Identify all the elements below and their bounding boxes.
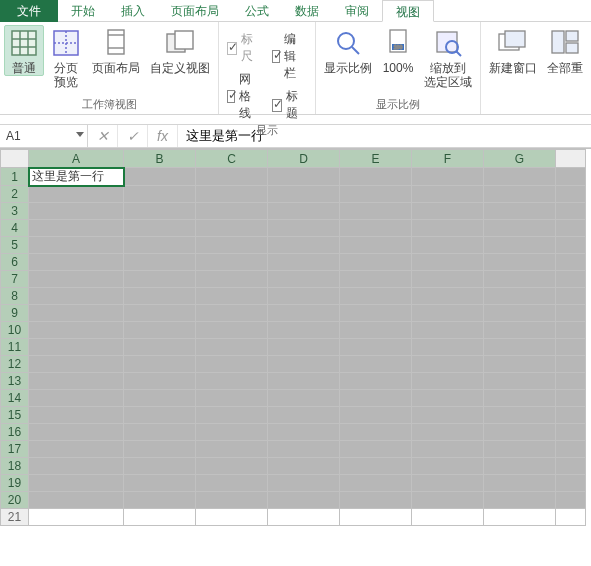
cell[interactable] <box>196 407 268 424</box>
page-break-preview-button[interactable]: 分页 预览 <box>46 25 86 89</box>
cell[interactable] <box>196 441 268 458</box>
cell[interactable] <box>484 237 556 254</box>
col-header[interactable]: A <box>29 150 124 168</box>
cell[interactable] <box>556 254 586 271</box>
cell[interactable] <box>196 492 268 509</box>
cell[interactable] <box>484 373 556 390</box>
fx-icon[interactable]: fx <box>148 125 178 147</box>
cell[interactable] <box>556 407 586 424</box>
cell[interactable] <box>268 254 340 271</box>
row-header[interactable]: 15 <box>1 407 29 424</box>
cell[interactable] <box>29 424 124 441</box>
cell[interactable] <box>268 424 340 441</box>
cell[interactable] <box>484 475 556 492</box>
col-header[interactable]: D <box>268 150 340 168</box>
cell[interactable] <box>124 492 196 509</box>
tab-view[interactable]: 视图 <box>382 0 434 22</box>
cell[interactable] <box>29 475 124 492</box>
tab-home[interactable]: 开始 <box>58 0 108 22</box>
cell[interactable] <box>29 492 124 509</box>
row-header[interactable]: 12 <box>1 356 29 373</box>
row-header[interactable]: 10 <box>1 322 29 339</box>
cell[interactable] <box>268 271 340 288</box>
ruler-checkbox[interactable]: 标尺 <box>227 31 260 65</box>
cell[interactable] <box>556 305 586 322</box>
cell[interactable] <box>412 424 484 441</box>
cell[interactable] <box>340 168 412 186</box>
cell[interactable] <box>556 322 586 339</box>
cell[interactable] <box>29 322 124 339</box>
cell[interactable] <box>29 237 124 254</box>
row-header[interactable]: 21 <box>1 509 29 526</box>
cell[interactable] <box>29 186 124 203</box>
cell[interactable] <box>484 424 556 441</box>
cell[interactable] <box>124 168 196 186</box>
cell[interactable] <box>412 509 484 526</box>
cell[interactable] <box>124 475 196 492</box>
cell[interactable] <box>484 220 556 237</box>
cell[interactable] <box>340 475 412 492</box>
cell[interactable] <box>268 390 340 407</box>
cell[interactable] <box>412 492 484 509</box>
cell[interactable] <box>29 458 124 475</box>
cell[interactable] <box>124 305 196 322</box>
cell[interactable] <box>124 509 196 526</box>
cell[interactable] <box>124 407 196 424</box>
cell[interactable] <box>556 203 586 220</box>
cell[interactable] <box>340 271 412 288</box>
cell[interactable] <box>29 373 124 390</box>
row-header[interactable]: 6 <box>1 254 29 271</box>
cell[interactable] <box>196 168 268 186</box>
tab-layout[interactable]: 页面布局 <box>158 0 232 22</box>
cell[interactable] <box>484 271 556 288</box>
cell[interactable] <box>268 492 340 509</box>
cell[interactable] <box>412 305 484 322</box>
cell[interactable] <box>29 271 124 288</box>
cell[interactable] <box>196 220 268 237</box>
tab-insert[interactable]: 插入 <box>108 0 158 22</box>
cell[interactable] <box>556 220 586 237</box>
cell[interactable] <box>484 509 556 526</box>
cell[interactable] <box>124 220 196 237</box>
cell[interactable] <box>268 407 340 424</box>
col-header[interactable]: B <box>124 150 196 168</box>
cell[interactable] <box>268 305 340 322</box>
col-header[interactable]: C <box>196 150 268 168</box>
cell[interactable] <box>412 271 484 288</box>
tab-data[interactable]: 数据 <box>282 0 332 22</box>
cell[interactable] <box>484 458 556 475</box>
cell[interactable] <box>484 492 556 509</box>
cell[interactable] <box>340 356 412 373</box>
cell[interactable] <box>29 356 124 373</box>
cell[interactable] <box>268 373 340 390</box>
cell[interactable] <box>556 441 586 458</box>
cell[interactable] <box>484 186 556 203</box>
cell[interactable] <box>268 220 340 237</box>
row-header[interactable]: 13 <box>1 373 29 390</box>
normal-view-button[interactable]: 普通 <box>4 25 44 76</box>
cell[interactable] <box>268 322 340 339</box>
cell[interactable] <box>124 203 196 220</box>
cell[interactable] <box>268 237 340 254</box>
cell[interactable] <box>556 390 586 407</box>
cell[interactable] <box>412 237 484 254</box>
cell[interactable] <box>268 168 340 186</box>
row-header[interactable]: 18 <box>1 458 29 475</box>
row-header[interactable]: 1 <box>1 168 29 186</box>
cell[interactable] <box>268 356 340 373</box>
cell[interactable] <box>484 168 556 186</box>
cell[interactable] <box>412 220 484 237</box>
row-header[interactable]: 9 <box>1 305 29 322</box>
cell[interactable] <box>556 288 586 305</box>
cell[interactable] <box>196 509 268 526</box>
headings-checkbox[interactable]: 标题 <box>272 88 305 122</box>
row-header[interactable]: 4 <box>1 220 29 237</box>
sheet-area[interactable]: A B C D E F G 1这里是第一行2345678910111213141… <box>0 148 591 564</box>
cell[interactable] <box>196 390 268 407</box>
cell[interactable] <box>124 390 196 407</box>
tab-review[interactable]: 审阅 <box>332 0 382 22</box>
row-header[interactable]: 14 <box>1 390 29 407</box>
cell[interactable] <box>340 339 412 356</box>
cell[interactable] <box>124 322 196 339</box>
cell[interactable] <box>556 492 586 509</box>
